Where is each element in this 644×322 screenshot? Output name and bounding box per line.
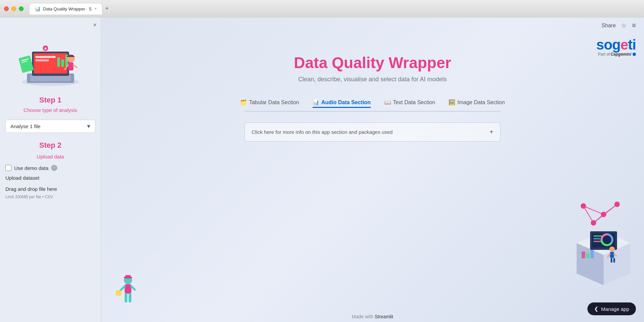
sidebar-illustration — [13, 30, 88, 90]
tab-title: Data Quality Wrapper · S — [43, 6, 92, 11]
sogeti-text: sogeti — [596, 38, 636, 52]
tab-favicon: 📊 — [35, 6, 40, 11]
svg-rect-20 — [67, 56, 74, 57]
info-box-text: Click here for more info on this app sec… — [252, 129, 393, 135]
tab-tabular-data[interactable]: 🗂️ Tabular Data Section — [240, 98, 299, 107]
main-subtitle: Clean, describe, visualise and select da… — [298, 76, 447, 83]
svg-rect-27 — [116, 290, 121, 296]
svg-rect-52 — [590, 250, 594, 258]
svg-rect-50 — [582, 252, 585, 258]
upload-dataset-label: Upload dataset — [5, 175, 95, 181]
info-box[interactable]: Click here for more info on this app sec… — [245, 122, 501, 142]
step2-title: Step 2 — [39, 141, 61, 150]
audio-icon: 📊 — [313, 99, 319, 106]
svg-line-25 — [120, 286, 125, 291]
svg-rect-23 — [125, 293, 127, 302]
svg-rect-12 — [18, 55, 33, 73]
tab-image-data[interactable]: 🖼️ Image Data Section — [449, 98, 505, 107]
svg-rect-24 — [129, 293, 131, 302]
svg-rect-6 — [35, 59, 49, 61]
demo-data-row: Use demo data ? — [5, 165, 95, 171]
image-label: Image Data Section — [457, 99, 505, 106]
traffic-lights — [4, 6, 24, 11]
new-tab-button[interactable]: + — [102, 4, 111, 13]
part-of-text: Part of — [598, 52, 610, 57]
svg-point-11 — [44, 48, 46, 50]
minimize-traffic-light[interactable] — [11, 6, 16, 11]
svg-rect-22 — [125, 284, 131, 294]
svg-line-34 — [583, 206, 604, 214]
svg-rect-45 — [593, 238, 600, 239]
text-label: Text Data Section — [393, 99, 435, 106]
tab-text-data[interactable]: 📖 Text Data Section — [384, 98, 435, 107]
info-box-expand-icon: + — [489, 128, 493, 136]
sidebar-close-icon[interactable]: × — [93, 22, 97, 29]
svg-line-38 — [593, 204, 617, 223]
analysis-type-dropdown[interactable]: Analyse 1 file Analyse 2 files — [5, 120, 95, 133]
svg-rect-54 — [610, 252, 614, 258]
tab-audio-data[interactable]: 📊 Audio Data Section — [313, 98, 371, 108]
bottom-right-figure — [550, 199, 637, 315]
svg-line-37 — [583, 206, 593, 223]
svg-rect-2 — [30, 75, 71, 81]
svg-point-53 — [609, 246, 615, 252]
tabular-label: Tabular Data Section — [249, 99, 299, 106]
app-container: × — [0, 18, 644, 322]
browser-tab[interactable]: 📊 Data Quality Wrapper · S × — [29, 3, 102, 14]
svg-rect-51 — [586, 253, 589, 258]
svg-line-18 — [73, 65, 77, 67]
sidebar: × — [0, 18, 101, 322]
tab-close-button[interactable]: × — [94, 6, 97, 11]
footer: Made with Streamlit — [352, 314, 393, 319]
upload-label: Upload data — [37, 154, 64, 159]
bottom-left-figure — [115, 273, 141, 312]
svg-rect-7 — [57, 57, 60, 67]
maximize-traffic-light[interactable] — [19, 6, 24, 11]
step1-subtitle: Choose type of analysis — [24, 107, 77, 113]
manage-app-button[interactable]: ❮ Manage app — [587, 302, 636, 315]
streamlit-text: Streamlit — [375, 314, 393, 319]
drag-drop-label: Drag and drop file here — [5, 186, 95, 192]
svg-rect-8 — [61, 59, 64, 67]
demo-data-checkbox[interactable] — [5, 165, 11, 171]
svg-rect-16 — [68, 62, 73, 70]
tab-bar: 📊 Data Quality Wrapper · S × + — [29, 3, 640, 14]
step1-title: Step 1 — [39, 96, 61, 105]
share-button[interactable]: Share — [602, 23, 616, 29]
main-content: Share ☆ ≡ sogeti Part of Capgemini Data … — [101, 18, 644, 322]
text-icon: 📖 — [384, 99, 391, 106]
analysis-type-dropdown-wrapper: Analyse 1 file Analyse 2 files ▼ — [5, 120, 95, 133]
svg-rect-46 — [593, 241, 602, 242]
capgemini-label: Part of Capgemini — [596, 52, 636, 57]
made-with-text: Made with — [352, 314, 374, 319]
image-icon: 🖼️ — [449, 99, 455, 106]
tabular-icon: 🗂️ — [240, 99, 247, 106]
header-bar: Share ☆ ≡ — [101, 18, 644, 33]
svg-rect-5 — [35, 56, 56, 58]
demo-data-label: Use demo data — [14, 165, 49, 171]
browser-chrome: 📊 Data Quality Wrapper · S × + — [0, 0, 644, 18]
manage-app-arrow: ❮ — [594, 306, 599, 312]
manage-app-label: Manage app — [601, 306, 629, 312]
main-title: Data Quality Wrapper — [294, 54, 451, 72]
svg-rect-29 — [125, 275, 131, 277]
close-traffic-light[interactable] — [4, 6, 9, 11]
sogeti-logo: sogeti Part of Capgemini — [596, 38, 636, 57]
demo-help-icon[interactable]: ? — [51, 165, 57, 171]
audio-label: Audio Data Section — [321, 99, 371, 106]
star-button[interactable]: ☆ — [621, 22, 626, 29]
tabs-navigation: 🗂️ Tabular Data Section 📊 Audio Data Sec… — [245, 94, 501, 112]
svg-rect-58 — [613, 258, 615, 263]
capgemini-dot — [633, 53, 636, 56]
capgemini-text: Capgemini — [611, 52, 631, 57]
svg-line-26 — [131, 286, 135, 290]
svg-rect-57 — [611, 258, 612, 263]
drag-drop-sublabel: Limit 200MB per file • CSV — [5, 195, 95, 199]
menu-button[interactable]: ≡ — [632, 22, 636, 29]
